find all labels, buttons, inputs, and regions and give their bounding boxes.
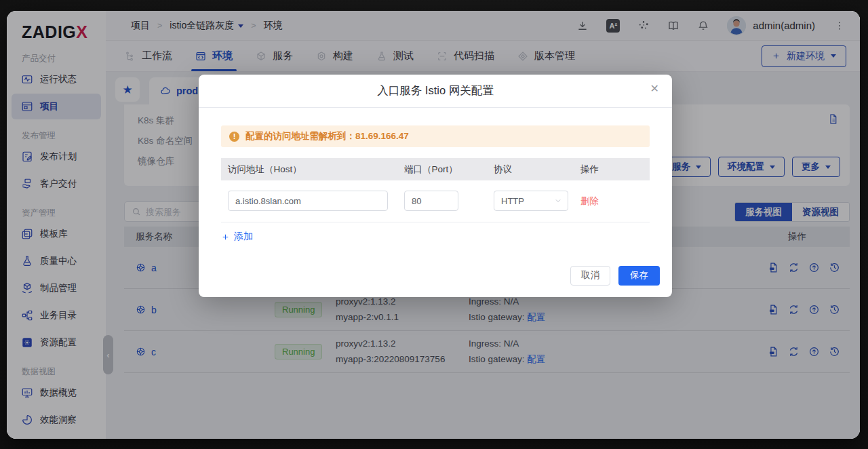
warning-icon: !: [229, 132, 239, 142]
warning-text: 配置的访问地址需解析到：81.69.166.47: [245, 130, 409, 142]
dns-warning-banner: ! 配置的访问地址需解析到：81.69.166.47: [221, 125, 650, 147]
gateway-host-row: HTTP 删除: [221, 191, 650, 211]
plus-icon: [221, 233, 230, 241]
istio-gateway-modal: 入口服务 Istio 网关配置 ✕ ! 配置的访问地址需解析到：81.69.16…: [199, 75, 672, 297]
delete-host-link[interactable]: 删除: [580, 196, 599, 206]
port-input[interactable]: [404, 191, 458, 211]
chevron-down-icon: [554, 197, 562, 205]
modal-footer: 取消 保存: [199, 244, 672, 297]
add-label: 添加: [234, 231, 253, 243]
protocol-value: HTTP: [501, 196, 524, 206]
action-column-header: 操作: [574, 163, 650, 176]
close-icon[interactable]: ✕: [650, 83, 659, 94]
modal-title: 入口服务 Istio 网关配置: [377, 83, 493, 98]
modal-body: ! 配置的访问地址需解析到：81.69.166.47 访问地址（Host） 端口…: [199, 108, 672, 244]
modal-header: 入口服务 Istio 网关配置 ✕: [199, 75, 672, 108]
gateway-table-header: 访问地址（Host） 端口（Port） 协议 操作: [221, 158, 650, 180]
protocol-select[interactable]: HTTP: [494, 191, 568, 211]
port-column-header: 端口（Port）: [397, 163, 487, 176]
host-column-header: 访问地址（Host）: [221, 163, 397, 176]
add-host-link[interactable]: 添加: [221, 231, 253, 243]
divider: [221, 222, 650, 222]
cancel-button[interactable]: 取消: [570, 266, 610, 286]
host-input[interactable]: [228, 191, 388, 211]
desktop-background: ZADIGX 产品交付 运行状态 项目 发布管理 发布计划 客户交付 资产管理: [0, 0, 868, 449]
protocol-column-header: 协议: [487, 163, 574, 176]
save-button[interactable]: 保存: [618, 266, 660, 286]
